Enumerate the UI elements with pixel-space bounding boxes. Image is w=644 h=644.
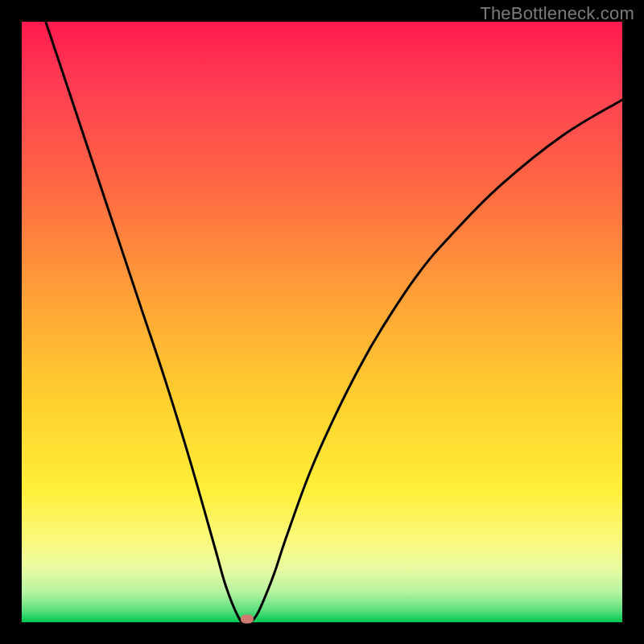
gradient-plot-area (22, 22, 622, 622)
watermark-text: TheBottleneck.com (480, 3, 634, 24)
minimum-marker (241, 615, 254, 624)
chart-frame: TheBottleneck.com (0, 0, 644, 644)
bottleneck-curve (22, 22, 622, 622)
curve-path (46, 22, 622, 623)
